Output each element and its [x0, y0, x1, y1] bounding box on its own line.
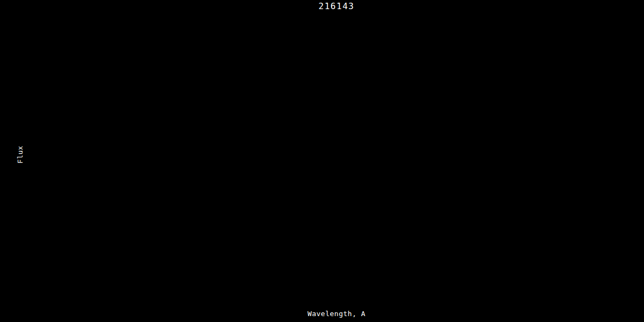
y-axis-label: Flux	[17, 145, 24, 163]
chart-title: 216143	[319, 2, 355, 11]
x-axis-label: Wavelength, A	[308, 310, 365, 318]
spectrum-plot-canvas	[0, 0, 644, 322]
spectrum-figure: 216143 Wavelength, A Flux	[0, 0, 644, 322]
